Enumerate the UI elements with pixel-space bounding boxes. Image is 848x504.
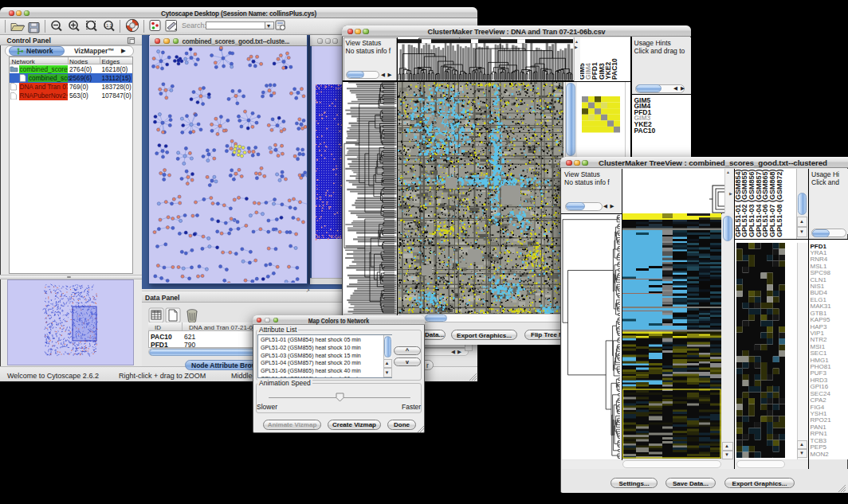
svg-text:1:1: 1:1 (106, 23, 112, 28)
svg-text:GPL51-08 (GSM872): GPL51-08 (GSM872) (775, 169, 783, 237)
svg-text:PAC10: PAC10 (610, 58, 618, 80)
